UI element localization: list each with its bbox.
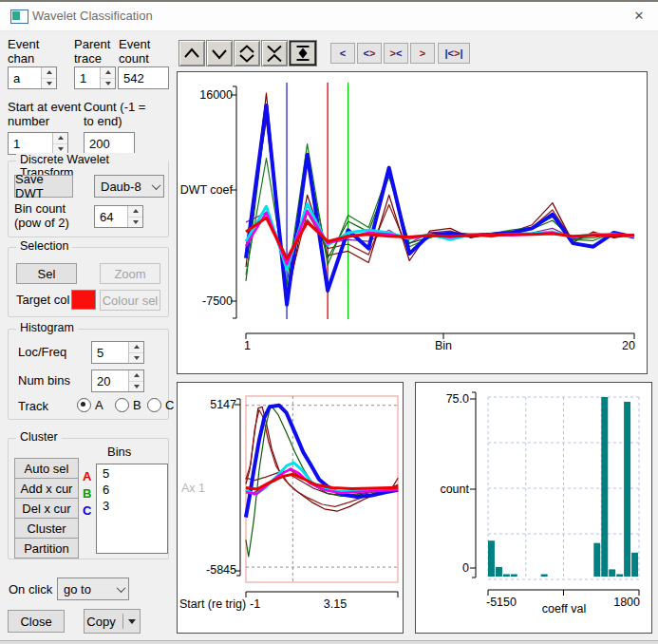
- close-button[interactable]: Close: [8, 610, 65, 633]
- x-axis-label: Bin: [420, 339, 467, 352]
- parent-trace-label: Parent trace: [74, 37, 118, 66]
- selection-group: Selection Sel Zoom Target col Colour sel: [8, 247, 169, 317]
- track-a-tag: A: [83, 469, 91, 483]
- bins-listbox[interactable]: 5 6 3: [96, 464, 168, 554]
- track-c-tag: C: [83, 503, 91, 518]
- dwt-group: Discrete Wavelet Transform Save DWT Daub…: [8, 161, 169, 237]
- dwt-plot-canvas[interactable]: [178, 72, 647, 373]
- y-tick-max: 16000: [183, 88, 233, 102]
- sel-button[interactable]: Sel: [16, 263, 77, 284]
- y-autofit-button[interactable]: [289, 40, 317, 66]
- num-bins-spinner[interactable]: 20: [91, 369, 144, 392]
- x-show-all-button[interactable]: |<>|: [438, 43, 470, 64]
- count-input[interactable]: 200: [84, 132, 135, 155]
- event-chan-label: Event chan: [8, 37, 51, 66]
- title-bar[interactable]: Wavelet Classification ✕: [0, 2, 658, 31]
- spinner-arrows-icon[interactable]: [128, 370, 143, 391]
- add-x-cur-button[interactable]: Add x cur: [14, 478, 79, 499]
- x-tick-min: -1: [250, 597, 260, 611]
- y-tick-min: 0: [427, 561, 469, 575]
- selection-group-title: Selection: [16, 239, 72, 253]
- del-x-cur-button[interactable]: Del x cur: [14, 498, 79, 519]
- list-item[interactable]: 5: [103, 465, 167, 482]
- y-tick-min: -7500: [183, 294, 233, 308]
- x-tick-mid: 3.15: [316, 597, 354, 611]
- channel-label: Ax 1: [181, 482, 205, 495]
- ax1-plot-canvas[interactable]: [178, 383, 403, 633]
- y-expand-both-button[interactable]: [234, 40, 260, 66]
- auto-sel-button[interactable]: Auto sel: [14, 458, 79, 479]
- radio-icon: [115, 398, 129, 412]
- count-label: Count (-1 = to end): [84, 100, 146, 128]
- colour-sel-button[interactable]: Colour sel: [100, 290, 160, 311]
- spinner-arrows-icon[interactable]: [100, 67, 115, 88]
- histogram-group-title: Histogram: [16, 321, 78, 334]
- chevron-down-icon: [113, 586, 128, 593]
- bins-label: Bins: [107, 445, 131, 459]
- list-item[interactable]: 6: [103, 482, 167, 498]
- window-title: Wavelet Classification: [32, 9, 153, 23]
- zoom-button[interactable]: Zoom: [100, 263, 160, 284]
- fit-vertical-icon: [292, 43, 313, 64]
- cluster-button[interactable]: Cluster: [14, 518, 79, 539]
- chevron-down-icon: [148, 183, 163, 190]
- parent-trace-spinner[interactable]: 1: [74, 66, 116, 89]
- x-tick-min: -5150: [486, 596, 517, 609]
- track-label: Track: [18, 399, 48, 413]
- spinner-arrows-icon[interactable]: [127, 206, 142, 227]
- copy-split-button[interactable]: Copy: [84, 609, 141, 634]
- diamond-chevrons-icon: [236, 43, 257, 64]
- close-icon[interactable]: ✕: [630, 8, 649, 25]
- cluster-group: Cluster Bins Auto sel Add x cur Del x cu…: [8, 438, 169, 559]
- spinner-arrows-icon[interactable]: [41, 67, 56, 88]
- x-tick-max: 20: [612, 339, 635, 352]
- y-expand-bottom-button[interactable]: [206, 40, 233, 66]
- spinner-arrows-icon[interactable]: [128, 342, 143, 363]
- x-axis-label: Start (re trig): [179, 597, 244, 611]
- dropdown-caret-icon[interactable]: [128, 619, 136, 624]
- histogram-group: Histogram Loc/Freq 5 Num bins 20 Track A…: [8, 329, 169, 420]
- track-b-radio[interactable]: B: [115, 398, 141, 412]
- window-bottom-edge: [0, 640, 658, 644]
- event-count-value: 542: [118, 66, 169, 89]
- start-at-event-spinner[interactable]: 1: [8, 132, 68, 155]
- x-tick-min: 1: [244, 339, 251, 352]
- x-axis-label: coeff val: [528, 602, 600, 616]
- converging-chevrons-icon: [264, 43, 285, 64]
- partition-button[interactable]: Partition: [14, 538, 79, 559]
- track-a-radio[interactable]: A: [77, 398, 103, 412]
- list-item[interactable]: 3: [103, 498, 167, 514]
- radio-icon: [77, 398, 91, 412]
- wavelet-classification-dialog: Wavelet Classification ✕ Event chan Pare…: [0, 0, 658, 644]
- dwt-plot-panel: 16000 DWT coef -7500 1 Bin 20: [177, 71, 648, 374]
- track-c-radio[interactable]: C: [147, 398, 174, 412]
- x-scroll-left-button[interactable]: <: [330, 43, 355, 64]
- bin-count-label: Bin count (pow of 2): [14, 201, 88, 230]
- target-col-label: Target col: [16, 293, 69, 307]
- num-bins-label: Num bins: [18, 373, 70, 388]
- chevron-up-icon: [181, 43, 202, 64]
- radio-icon: [147, 398, 161, 412]
- wavelet-select[interactable]: Daub-8: [94, 175, 164, 198]
- loc-freq-label: Loc/Freq: [18, 345, 66, 359]
- spinner-arrows-icon[interactable]: [52, 133, 67, 154]
- save-dwt-button[interactable]: Save DWT: [14, 175, 73, 198]
- y-compress-both-button[interactable]: [261, 40, 288, 66]
- event-chan-spinner[interactable]: a: [8, 66, 57, 89]
- target-colour-swatch[interactable]: [71, 290, 96, 310]
- x-expand-button[interactable]: <>: [357, 43, 382, 64]
- x-compress-button[interactable]: ><: [384, 43, 408, 64]
- on-click-label: On click: [9, 582, 52, 597]
- app-icon: [10, 9, 28, 24]
- y-expand-top-button[interactable]: [179, 40, 205, 66]
- loc-freq-spinner[interactable]: 5: [91, 341, 144, 364]
- cluster-group-title: Cluster: [16, 430, 62, 444]
- x-tick-max: 1800: [608, 596, 640, 609]
- track-b-tag: B: [83, 486, 91, 501]
- y-tick-max: 75.0: [427, 392, 469, 406]
- start-at-event-label: Start at event number: [8, 100, 85, 128]
- y-tick-min: -5845: [185, 563, 236, 577]
- on-click-select[interactable]: go to: [57, 578, 129, 600]
- bin-count-spinner[interactable]: 64: [94, 205, 143, 228]
- x-scroll-right-button[interactable]: >: [410, 43, 435, 64]
